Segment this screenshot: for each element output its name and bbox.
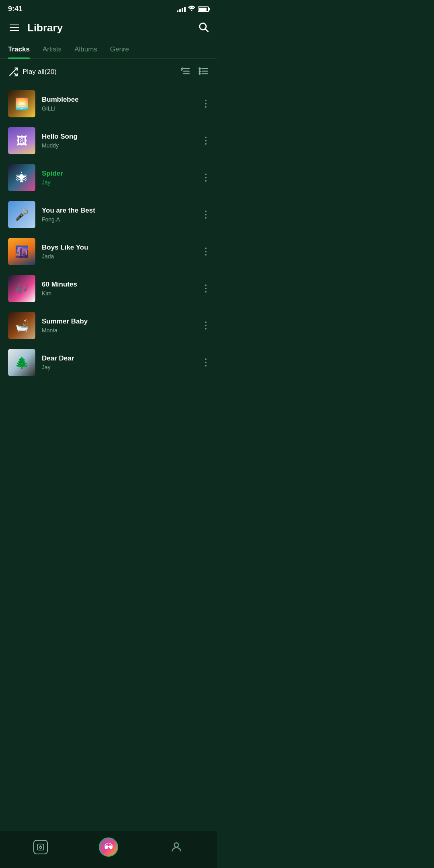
track-title: Bumblebee bbox=[42, 96, 203, 104]
track-info: You are the Best Fong.A bbox=[42, 207, 203, 223]
more-dot-1 bbox=[205, 285, 207, 286]
track-more-button[interactable] bbox=[203, 318, 209, 333]
track-more-button[interactable] bbox=[203, 244, 209, 259]
battery-icon bbox=[198, 6, 209, 12]
play-all-label: Play all(20) bbox=[23, 68, 57, 76]
more-dot-2 bbox=[205, 325, 207, 326]
track-title: Spider bbox=[42, 170, 203, 178]
track-item[interactable]: Spider Jay bbox=[0, 159, 217, 196]
more-dot-2 bbox=[205, 103, 207, 104]
menu-line-2 bbox=[10, 27, 19, 28]
more-dot-3 bbox=[205, 143, 207, 145]
more-dot-3 bbox=[205, 106, 207, 108]
menu-line-1 bbox=[10, 25, 19, 25]
track-art bbox=[8, 164, 35, 191]
wifi-icon bbox=[188, 6, 195, 13]
status-icons bbox=[177, 6, 209, 13]
track-art bbox=[8, 349, 35, 376]
svg-line-1 bbox=[205, 29, 208, 31]
status-time: 9:41 bbox=[8, 5, 23, 13]
track-info: Hello Song Muddy bbox=[42, 133, 203, 149]
track-item[interactable]: 60 Minutes Kim bbox=[0, 270, 217, 307]
track-info: Spider Jay bbox=[42, 170, 203, 186]
track-title: Boys Like You bbox=[42, 244, 203, 252]
track-more-button[interactable] bbox=[203, 170, 209, 185]
more-dot-3 bbox=[205, 365, 207, 366]
track-title: Dear Dear bbox=[42, 354, 203, 362]
more-dot-2 bbox=[205, 288, 207, 289]
more-dot-2 bbox=[205, 177, 207, 178]
more-dot-3 bbox=[205, 180, 207, 182]
header: Library bbox=[0, 16, 217, 41]
track-info: Summer Baby Monta bbox=[42, 317, 203, 334]
tab-genre[interactable]: Genre bbox=[104, 41, 135, 58]
more-dot-1 bbox=[205, 321, 207, 323]
track-art bbox=[8, 201, 35, 228]
track-title: Hello Song bbox=[42, 133, 203, 141]
track-more-button[interactable] bbox=[203, 96, 209, 111]
track-item[interactable]: Bumblebee GILLI bbox=[0, 85, 217, 122]
more-dot-3 bbox=[205, 254, 207, 256]
track-artist: GILLI bbox=[42, 105, 203, 112]
menu-button[interactable] bbox=[8, 23, 21, 33]
more-dot-3 bbox=[205, 291, 207, 293]
more-dot-2 bbox=[205, 214, 207, 215]
status-bar: 9:41 bbox=[0, 0, 217, 16]
track-item[interactable]: Summer Baby Monta bbox=[0, 307, 217, 344]
play-all-button[interactable]: Play all(20) bbox=[8, 67, 180, 77]
track-info: 60 Minutes Kim bbox=[42, 280, 203, 297]
track-item[interactable]: You are the Best Fong.A bbox=[0, 196, 217, 233]
track-more-button[interactable] bbox=[203, 207, 209, 222]
track-artist: Jay bbox=[42, 179, 203, 186]
signal-icon bbox=[177, 6, 186, 12]
filter-button[interactable] bbox=[199, 66, 209, 78]
track-art bbox=[8, 238, 35, 265]
track-artist: Jada bbox=[42, 253, 203, 260]
track-artist: Monta bbox=[42, 327, 203, 334]
track-artist: Jay bbox=[42, 364, 203, 371]
more-dot-2 bbox=[205, 362, 207, 363]
more-dot-1 bbox=[205, 248, 207, 249]
track-list: Bumblebee GILLI Hello Song Muddy S bbox=[0, 82, 217, 384]
controls-bar: Play all(20) bbox=[0, 59, 217, 82]
page-title: Library bbox=[27, 22, 198, 34]
tab-artists[interactable]: Artists bbox=[36, 41, 68, 58]
more-dot-2 bbox=[205, 140, 207, 141]
search-button[interactable] bbox=[198, 21, 209, 34]
more-dot-1 bbox=[205, 211, 207, 212]
track-item[interactable]: Boys Like You Jada bbox=[0, 233, 217, 270]
track-artist: Muddy bbox=[42, 142, 203, 149]
track-title: You are the Best bbox=[42, 207, 203, 215]
more-dot-1 bbox=[205, 100, 207, 101]
menu-line-3 bbox=[10, 30, 19, 31]
track-item[interactable]: Hello Song Muddy bbox=[0, 122, 217, 159]
tab-albums[interactable]: Albums bbox=[68, 41, 104, 58]
more-dot-1 bbox=[205, 137, 207, 138]
controls-right bbox=[180, 66, 209, 78]
track-art bbox=[8, 312, 35, 339]
more-dot-2 bbox=[205, 251, 207, 252]
track-art bbox=[8, 275, 35, 302]
track-artist: Kim bbox=[42, 290, 203, 297]
track-info: Dear Dear Jay bbox=[42, 354, 203, 371]
tabs-bar: Tracks Artists Albums Genre bbox=[0, 41, 217, 59]
track-item[interactable]: Dear Dear Jay bbox=[0, 344, 217, 381]
more-dot-3 bbox=[205, 217, 207, 219]
more-dot-1 bbox=[205, 174, 207, 175]
tab-tracks[interactable]: Tracks bbox=[8, 41, 36, 58]
track-art bbox=[8, 90, 35, 117]
sort-button[interactable] bbox=[180, 66, 190, 78]
more-dot-3 bbox=[205, 328, 207, 330]
more-dot-1 bbox=[205, 358, 207, 360]
track-more-button[interactable] bbox=[203, 355, 209, 370]
track-title: 60 Minutes bbox=[42, 280, 203, 289]
track-more-button[interactable] bbox=[203, 281, 209, 296]
track-info: Boys Like You Jada bbox=[42, 244, 203, 260]
track-more-button[interactable] bbox=[203, 133, 209, 148]
track-title: Summer Baby bbox=[42, 317, 203, 326]
track-info: Bumblebee GILLI bbox=[42, 96, 203, 112]
track-artist: Fong.A bbox=[42, 216, 203, 223]
track-art bbox=[8, 127, 35, 154]
